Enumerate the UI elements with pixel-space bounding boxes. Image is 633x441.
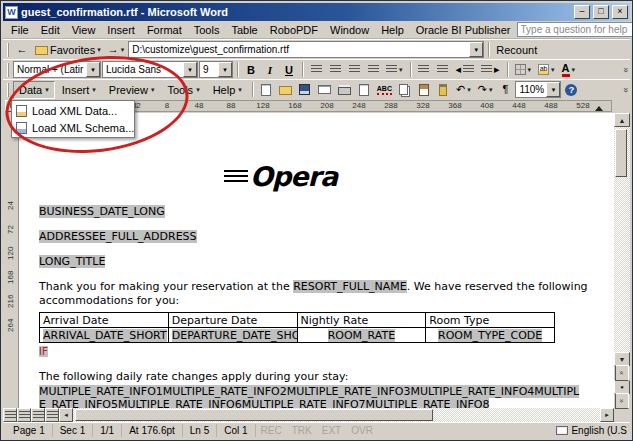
new-document-button[interactable] xyxy=(257,81,275,99)
align-right-button[interactable] xyxy=(345,61,363,79)
horizontal-scroll-thumb[interactable] xyxy=(75,409,433,421)
justify-button[interactable] xyxy=(364,61,382,79)
ext-toggle[interactable]: EXT xyxy=(317,424,346,437)
vertical-scroll-thumb[interactable] xyxy=(615,129,627,177)
vertical-scroll-track[interactable] xyxy=(614,127,630,352)
ovr-toggle[interactable]: OVR xyxy=(346,424,378,437)
show-hide-marks-button[interactable]: ¶ xyxy=(496,81,514,99)
help-menu-button[interactable]: Help▾ xyxy=(207,81,248,99)
menu-oracle-bi-publisher[interactable]: Oracle BI Publisher xyxy=(410,22,517,38)
increase-indent-button[interactable]: ▸ xyxy=(478,61,503,79)
address-dropdown-button[interactable]: ▾ xyxy=(469,42,483,57)
favorites-button[interactable]: Favorites ▾ xyxy=(32,41,104,59)
zoom-combobox[interactable]: 110% ▾ xyxy=(515,81,561,98)
toolbar-grip[interactable] xyxy=(7,43,10,57)
address-combobox[interactable]: D:\customize\guest_confirmation.rtf ▾ xyxy=(128,41,484,58)
save-button[interactable] xyxy=(296,81,314,99)
email-button[interactable] xyxy=(315,81,334,99)
scroll-up-button[interactable]: ▲ xyxy=(614,113,630,127)
menu-item-load-xml-schema[interactable]: Load XML Schema... xyxy=(13,119,133,136)
line-spacing-button[interactable]: ▾ xyxy=(383,61,406,79)
format-painter-button[interactable] xyxy=(434,81,452,99)
maximize-button[interactable]: □ xyxy=(593,5,609,19)
word-help-button[interactable]: ? xyxy=(562,81,580,99)
font-dropdown-button[interactable]: ▾ xyxy=(183,62,197,77)
paste-button[interactable] xyxy=(415,81,433,99)
data-menu-button[interactable]: Data▾ xyxy=(13,81,55,99)
toolbar-options-chevron[interactable]: » xyxy=(620,87,630,92)
open-button[interactable] xyxy=(276,81,295,99)
next-page-button[interactable]: » xyxy=(615,393,629,409)
preview-menu-button[interactable]: Preview▾ xyxy=(103,81,161,99)
spelling-button[interactable]: ABC xyxy=(374,81,395,99)
menu-tools[interactable]: Tools xyxy=(188,22,226,38)
back-button[interactable]: ← xyxy=(13,41,31,59)
rec-toggle[interactable]: REC xyxy=(256,424,287,437)
menu-file[interactable]: File xyxy=(5,22,35,38)
question-for-help-input[interactable] xyxy=(517,22,633,37)
menu-format[interactable]: Format xyxy=(141,22,188,38)
font-combobox[interactable]: Lucida Sans ▾ xyxy=(102,61,198,78)
scroll-left-button[interactable]: ◂ xyxy=(59,408,73,422)
font-color-button[interactable]: A▾ xyxy=(559,61,578,79)
menu-help[interactable]: Help xyxy=(375,22,410,38)
menu-insert[interactable]: Insert xyxy=(101,22,141,38)
document-area[interactable]: Opera BUSINESS_DATE_LONG ADDRESSEE_FULL_… xyxy=(19,113,614,408)
previous-page-button[interactable]: « xyxy=(615,365,629,381)
increase-indent-icon: ▸ xyxy=(494,64,500,75)
zoom-dropdown-button[interactable]: ▾ xyxy=(546,82,560,97)
undo-icon: ↶ xyxy=(456,84,465,95)
menu-robopdf[interactable]: RoboPDF xyxy=(264,22,324,38)
data-menu-label: Data xyxy=(19,84,42,96)
bullets-button[interactable] xyxy=(434,61,452,79)
minimize-button[interactable]: – xyxy=(574,5,590,19)
menu-table[interactable]: Table xyxy=(225,22,263,38)
copy-button[interactable] xyxy=(396,81,414,99)
borders-button[interactable]: ▾ xyxy=(512,61,535,79)
italic-button[interactable]: I xyxy=(261,61,279,79)
print-button[interactable] xyxy=(335,81,354,99)
bold-button[interactable]: B xyxy=(242,61,260,79)
insert-menu-button[interactable]: Insert▾ xyxy=(56,81,102,99)
align-center-button[interactable] xyxy=(326,61,344,79)
go-button[interactable]: → ▾ xyxy=(105,41,128,59)
toolbar-grip[interactable] xyxy=(7,83,10,97)
recount-button[interactable]: Recount xyxy=(493,41,540,59)
menu-edit[interactable]: Edit xyxy=(35,22,66,38)
underline-button[interactable]: U xyxy=(280,61,298,79)
print-preview-button[interactable] xyxy=(355,81,373,99)
word-app-icon[interactable]: W xyxy=(5,6,18,19)
print-layout-view-button[interactable] xyxy=(31,408,45,422)
outline-view-button[interactable] xyxy=(45,408,59,422)
horizontal-scroll-track[interactable] xyxy=(73,408,600,422)
trk-toggle[interactable]: TRK xyxy=(287,424,317,437)
ruler-number: 328 xyxy=(407,101,439,111)
font-size-dropdown-button[interactable]: ▾ xyxy=(218,62,232,77)
favorites-label: Favorites xyxy=(50,44,95,56)
menu-window[interactable]: Window xyxy=(324,22,375,38)
scroll-right-button[interactable]: ▸ xyxy=(600,408,614,422)
toolbar-grip[interactable] xyxy=(7,63,10,77)
normal-view-button[interactable] xyxy=(3,408,17,422)
table-header-row: Arrival Date Departure Date Nightly Rate… xyxy=(40,313,555,328)
decrease-indent-button[interactable]: ◂ xyxy=(453,61,478,79)
font-size-combobox[interactable]: 9 ▾ xyxy=(199,61,233,78)
align-left-button[interactable] xyxy=(307,61,325,79)
vertical-scrollbar: ▲ ▼ « ● » xyxy=(614,113,630,408)
toolbar-options-chevron[interactable]: » xyxy=(620,67,630,72)
menu-view[interactable]: View xyxy=(66,22,102,38)
field-addressee-full-address: ADDRESSEE_FULL_ADDRESS xyxy=(39,230,197,243)
menu-item-load-xml-data[interactable]: Load XML Data... xyxy=(13,102,133,119)
tools-menu-button[interactable]: Tools▾ xyxy=(161,81,205,99)
highlight-button[interactable]: ab▾ xyxy=(535,61,558,79)
undo-button[interactable]: ↶▾ xyxy=(453,81,474,99)
select-browse-object-button[interactable]: ● xyxy=(614,380,630,394)
style-combobox[interactable]: Normal + (Latir ▾ xyxy=(13,61,101,78)
numbering-button[interactable] xyxy=(415,61,433,79)
style-dropdown-button[interactable]: ▾ xyxy=(86,62,100,77)
redo-button[interactable]: ↷▾ xyxy=(475,81,496,99)
close-button[interactable]: × xyxy=(612,5,628,19)
web-layout-view-button[interactable] xyxy=(17,408,31,422)
right-indent-marker[interactable] xyxy=(595,106,603,111)
scroll-down-button[interactable]: ▼ xyxy=(614,352,630,366)
